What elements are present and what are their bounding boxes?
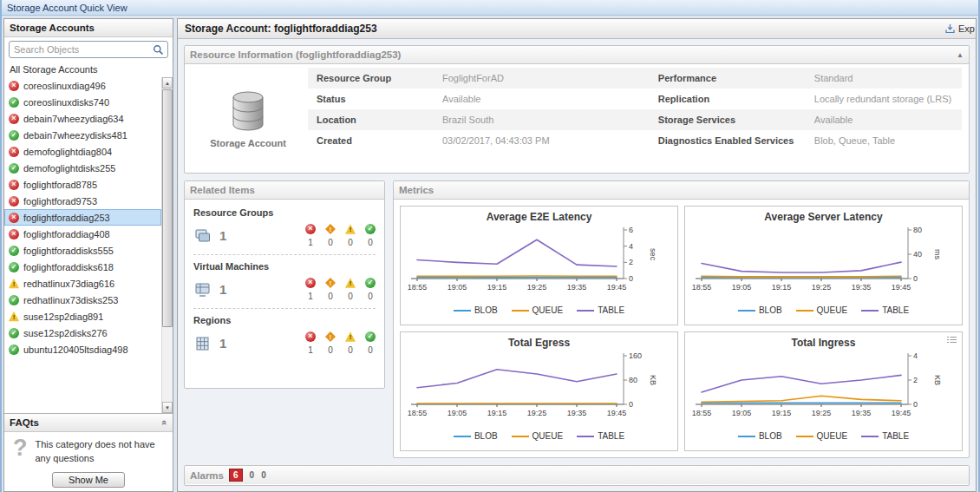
chart-options-icon[interactable] xyxy=(947,336,957,344)
search-input[interactable] xyxy=(9,41,168,58)
status-count-cell: 0 xyxy=(345,278,356,301)
svg-text:2: 2 xyxy=(913,376,918,384)
storage-account-item[interactable]: foglightforad8785 xyxy=(4,176,161,193)
export-label: Exp xyxy=(958,23,975,34)
window-title: Storage Account Quick View xyxy=(7,3,127,13)
storage-account-item[interactable]: demofoglightdisks255 xyxy=(4,160,161,176)
related-items-title: Related Items xyxy=(190,185,255,195)
svg-text:0: 0 xyxy=(913,274,918,283)
scrollbar-thumb[interactable] xyxy=(162,89,173,327)
error-icon xyxy=(305,331,316,342)
status-count-cell: 0 xyxy=(345,331,356,355)
status-icon xyxy=(9,163,19,174)
related-group-count[interactable]: 1 xyxy=(219,336,226,351)
storage-account-item[interactable]: demofoglightdiag804 xyxy=(4,143,161,160)
question-mark-icon: ? xyxy=(13,438,28,466)
region-icon[interactable] xyxy=(193,335,216,352)
svg-text:0: 0 xyxy=(629,274,633,283)
related-group-label: Resource Groups xyxy=(193,207,376,218)
storage-account-item[interactable]: foglightforaddiag253 xyxy=(4,209,161,226)
show-me-button[interactable]: Show Me xyxy=(52,472,125,488)
storage-account-item[interactable]: foglightforaddisks555 xyxy=(4,242,161,259)
chart-title: Total Ingress xyxy=(685,332,962,349)
collapse-chevrons-icon[interactable]: « xyxy=(160,420,170,425)
status-count-cell: 0 xyxy=(365,224,376,247)
status-summary: 1000 xyxy=(305,278,376,301)
svg-text:19:45: 19:45 xyxy=(606,283,626,292)
svg-text:19:25: 19:25 xyxy=(526,283,546,292)
status-count: 1 xyxy=(308,292,313,301)
legend-label: BLOB xyxy=(759,305,782,315)
related-group-count[interactable]: 1 xyxy=(219,282,226,297)
storage-account-item[interactable]: coreoslinuxdiag496 xyxy=(4,77,161,94)
storage-account-item[interactable]: foglightforaddiag408 xyxy=(4,226,161,242)
status-icon xyxy=(9,229,19,239)
storage-account-item[interactable]: foglightforaddisks618 xyxy=(4,259,161,275)
legend-item: QUEUE xyxy=(796,305,848,315)
legend-swatch xyxy=(454,436,471,437)
faq-header[interactable]: FAQts « xyxy=(4,414,173,432)
legend-swatch xyxy=(861,436,879,437)
legend-item: QUEUE xyxy=(512,431,564,441)
status-count-cell: 0 xyxy=(365,278,376,301)
storage-account-item[interactable]: debain7wheezydisks481 xyxy=(4,127,161,143)
account-name: foglightforaddiag253 xyxy=(23,213,110,223)
status-icon xyxy=(9,180,19,190)
storage-account-item[interactable]: debain7wheezydiag634 xyxy=(4,110,161,127)
scroll-up-icon[interactable]: ▲ xyxy=(162,77,173,89)
error-icon xyxy=(305,278,316,288)
account-name: foglightforaddisks555 xyxy=(23,246,114,256)
status-summary: 1000 xyxy=(305,331,376,355)
search-icon[interactable] xyxy=(153,44,164,56)
faq-message-line2: any questions xyxy=(36,453,95,463)
status-icon xyxy=(9,344,19,355)
storage-account-item[interactable]: redhatlinux73diag616 xyxy=(4,275,161,292)
related-group: Resource Groups 1 1000 xyxy=(193,201,376,255)
export-button[interactable]: Exp xyxy=(944,23,976,34)
collapse-panel-icon[interactable]: ▲ xyxy=(957,51,964,59)
all-storage-accounts-link[interactable]: All Storage Accounts xyxy=(4,61,173,77)
metrics-header: Metrics xyxy=(394,181,969,200)
status-count: 1 xyxy=(308,345,313,355)
resource-info-row: StatusAvailableReplicationLocally redund… xyxy=(308,89,962,109)
sidebar-scrollbar[interactable]: ▲ ▼ xyxy=(161,77,173,413)
chart-plot: 18:5519:0519:1519:2519:3519:45080160KB xyxy=(401,351,677,430)
resource-group-icon[interactable] xyxy=(193,227,216,245)
normal-icon xyxy=(365,224,376,234)
chart: Average E2E Latency 18:5519:0519:1519:25… xyxy=(400,206,678,325)
scrollbar-track[interactable] xyxy=(162,89,173,402)
status-icon xyxy=(9,130,19,141)
storage-account-item[interactable]: suse12sp2disks276 xyxy=(4,325,161,341)
account-name: coreoslinuxdisks740 xyxy=(23,97,109,108)
svg-text:19:05: 19:05 xyxy=(447,283,467,292)
svg-text:18:55: 18:55 xyxy=(407,409,427,417)
chart: Average Server Latency 18:5519:0519:1519… xyxy=(684,206,963,325)
storage-account-item[interactable]: coreoslinuxdisks740 xyxy=(4,94,161,110)
status-count-cell: 1 xyxy=(305,224,316,247)
svg-text:19:35: 19:35 xyxy=(566,283,586,292)
account-name: redhatlinux73disks253 xyxy=(23,295,118,305)
svg-text:19:15: 19:15 xyxy=(771,409,791,417)
chart-title: Total Egress xyxy=(401,332,677,349)
status-count-cell: 1 xyxy=(305,331,316,355)
scroll-down-icon[interactable]: ▼ xyxy=(162,402,173,413)
storage-account-item[interactable]: ubuntu120405ltsdiag498 xyxy=(4,341,161,358)
storage-account-list: coreoslinuxdiag496 coreoslinuxdisks740 d… xyxy=(4,77,161,358)
status-icon xyxy=(9,196,19,207)
svg-text:19:05: 19:05 xyxy=(731,409,751,417)
related-group-count[interactable]: 1 xyxy=(219,228,226,243)
storage-account-item[interactable]: foglightforad9753 xyxy=(4,193,161,209)
storage-account-item[interactable]: redhatlinux73disks253 xyxy=(4,292,161,308)
virtual-machine-icon[interactable] xyxy=(193,281,216,298)
storage-account-item[interactable]: suse12sp2diag891 xyxy=(4,308,161,325)
status-count-cell: 0 xyxy=(325,278,336,301)
svg-text:19:45: 19:45 xyxy=(891,283,911,292)
status-icon xyxy=(9,97,19,108)
legend-swatch xyxy=(796,310,813,312)
chart: Total Egress 18:5519:0519:1519:2519:3519… xyxy=(400,331,678,451)
related-group: Regions 1 1000 xyxy=(193,309,376,362)
alarm-count-info: 0 xyxy=(261,470,266,480)
legend-swatch xyxy=(512,310,529,312)
status-summary: 1000 xyxy=(305,224,376,247)
svg-text:19:25: 19:25 xyxy=(526,409,546,417)
